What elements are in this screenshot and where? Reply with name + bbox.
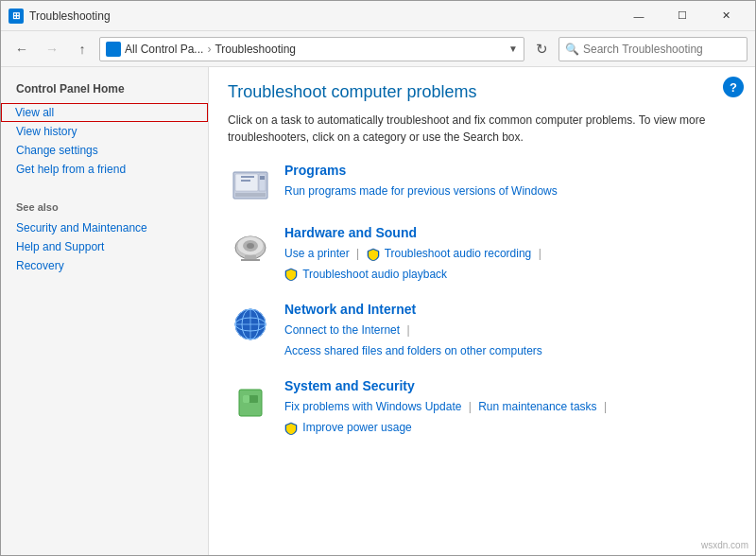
hardware-link-2[interactable]: Troubleshoot audio playback bbox=[302, 268, 447, 281]
search-input[interactable] bbox=[583, 43, 741, 56]
security-icon bbox=[228, 378, 273, 424]
content-area: ? Troubleshoot computer problems Click o… bbox=[209, 67, 755, 555]
breadcrumb-dropdown[interactable]: ▼ bbox=[508, 43, 518, 54]
svg-rect-2 bbox=[235, 193, 266, 197]
sidebar-link-view-all[interactable]: View all bbox=[1, 103, 208, 122]
hardware-link-1[interactable]: Troubleshoot audio recording bbox=[385, 247, 532, 260]
watermark: wsxdn.com bbox=[701, 540, 748, 550]
sidebar-link-get-help[interactable]: Get help from a friend bbox=[1, 160, 208, 179]
network-icon bbox=[228, 302, 273, 347]
main-layout: Control Panel Home View all View history… bbox=[1, 67, 755, 555]
security-link-1[interactable]: Run maintenance tasks bbox=[478, 400, 596, 413]
window-controls: — ☐ ✕ bbox=[617, 1, 747, 31]
svg-rect-3 bbox=[241, 176, 254, 178]
sidebar-link-help-support[interactable]: Help and Support bbox=[1, 237, 208, 256]
programs-icon bbox=[228, 163, 273, 208]
network-link-1[interactable]: Access shared files and folders on other… bbox=[284, 344, 542, 357]
window-icon: ⊞ bbox=[9, 9, 24, 24]
svg-rect-4 bbox=[241, 180, 250, 182]
title-bar: ⊞ Troubleshooting — ☐ ✕ bbox=[1, 1, 755, 31]
minimize-button[interactable]: — bbox=[617, 1, 661, 31]
sidebar: Control Panel Home View all View history… bbox=[1, 67, 209, 555]
hardware-icon bbox=[228, 225, 273, 270]
network-info: Network and Internet Connect to the Inte… bbox=[284, 302, 736, 361]
security-links: Fix problems with Windows Update | Run m… bbox=[284, 397, 736, 438]
network-link-0[interactable]: Connect to the Internet bbox=[284, 323, 400, 337]
hardware-links: Use a printer | Troubleshoot audio recor… bbox=[284, 244, 736, 285]
hardware-shield-1 bbox=[284, 268, 302, 281]
maximize-button[interactable]: ☐ bbox=[661, 1, 704, 31]
back-button[interactable]: ← bbox=[9, 36, 35, 62]
content-title: Troubleshoot computer problems bbox=[228, 82, 736, 102]
sidebar-link-security[interactable]: Security and Maintenance bbox=[1, 218, 208, 237]
svg-rect-12 bbox=[241, 259, 260, 261]
address-bar: ← → ↑ All Control Pa... › Troubleshootin… bbox=[1, 31, 755, 67]
category-programs: Programs Run programs made for previous … bbox=[228, 163, 736, 208]
forward-button: → bbox=[39, 36, 65, 62]
hardware-sep-0: | bbox=[356, 247, 362, 260]
up-button[interactable]: ↑ bbox=[69, 36, 95, 62]
breadcrumb[interactable]: All Control Pa... › Troubleshooting ▼ bbox=[99, 37, 524, 61]
security-link-2[interactable]: Improve power usage bbox=[302, 421, 411, 434]
security-info: System and Security Fix problems with Wi… bbox=[284, 378, 736, 438]
sidebar-link-change-settings[interactable]: Change settings bbox=[1, 141, 208, 160]
breadcrumb-separator: › bbox=[207, 43, 211, 56]
window: ⊞ Troubleshooting — ☐ ✕ ← → ↑ All Contro… bbox=[0, 0, 756, 556]
search-icon: 🔍 bbox=[565, 43, 579, 56]
category-hardware: Hardware and Sound Use a printer | Troub… bbox=[228, 225, 736, 285]
hardware-sep-1: | bbox=[539, 247, 541, 260]
help-button[interactable]: ? bbox=[723, 77, 744, 97]
breadcrumb-icon bbox=[106, 42, 121, 57]
svg-rect-21 bbox=[243, 395, 249, 403]
network-sep-0: | bbox=[406, 323, 409, 337]
security-shield-0 bbox=[284, 421, 302, 434]
refresh-button[interactable]: ↻ bbox=[528, 36, 555, 62]
programs-info: Programs Run programs made for previous … bbox=[284, 163, 736, 202]
see-also-title: See also bbox=[1, 198, 208, 218]
close-button[interactable]: ✕ bbox=[704, 1, 747, 31]
content-description: Click on a task to automatically trouble… bbox=[228, 112, 736, 146]
window-title: Troubleshooting bbox=[29, 9, 617, 23]
search-box[interactable]: 🔍 bbox=[558, 37, 747, 61]
svg-point-10 bbox=[247, 243, 254, 249]
sidebar-link-recovery[interactable]: Recovery bbox=[1, 256, 208, 275]
security-sep-1: | bbox=[604, 400, 607, 413]
hardware-shield-0 bbox=[367, 247, 385, 260]
see-also-section: See also Security and Maintenance Help a… bbox=[1, 198, 208, 275]
category-network: Network and Internet Connect to the Inte… bbox=[228, 302, 736, 361]
programs-links: Run programs made for previous versions … bbox=[284, 182, 736, 202]
category-security: System and Security Fix problems with Wi… bbox=[228, 378, 736, 438]
sidebar-heading: Control Panel Home bbox=[1, 78, 208, 103]
sidebar-link-view-history[interactable]: View history bbox=[1, 122, 208, 141]
programs-title[interactable]: Programs bbox=[284, 163, 736, 178]
network-title[interactable]: Network and Internet bbox=[284, 302, 736, 317]
svg-rect-6 bbox=[260, 176, 265, 180]
svg-rect-11 bbox=[245, 255, 256, 259]
network-links: Connect to the Internet | Access shared … bbox=[284, 321, 736, 361]
hardware-title[interactable]: Hardware and Sound bbox=[284, 225, 736, 240]
security-title[interactable]: System and Security bbox=[284, 378, 736, 393]
breadcrumb-current: Troubleshooting bbox=[215, 43, 296, 56]
breadcrumb-prefix: All Control Pa... bbox=[125, 43, 203, 56]
security-sep-0: | bbox=[469, 400, 474, 413]
hardware-info: Hardware and Sound Use a printer | Troub… bbox=[284, 225, 736, 285]
security-link-0[interactable]: Fix problems with Windows Update bbox=[284, 400, 461, 413]
hardware-link-0[interactable]: Use a printer bbox=[284, 247, 350, 260]
programs-link-0[interactable]: Run programs made for previous versions … bbox=[284, 184, 558, 198]
